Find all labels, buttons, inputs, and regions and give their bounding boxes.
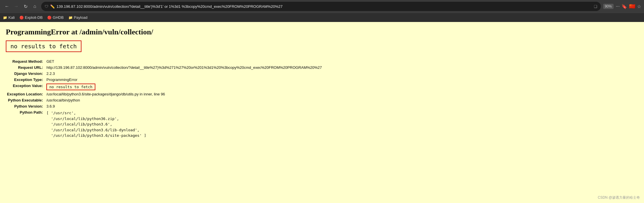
bookmark-kali[interactable]: 📁 Kali (3, 15, 15, 20)
folder-icon: 📁 (3, 16, 7, 20)
bookmark-ghdb[interactable]: 🔴 GHDB (47, 15, 64, 20)
table-row: Exception Location: /usr/local/lib/pytho… (6, 91, 323, 97)
bookmark-label: Kali (8, 15, 15, 20)
reader-icon: ❑ (594, 4, 597, 9)
address-bar[interactable]: 🛡 ✏️ 139.196.87.102:8000/admin/vuln/coll… (41, 2, 601, 11)
edit-icon: ✏️ (50, 4, 55, 9)
ghdb-icon: 🔴 (47, 16, 52, 20)
more-button[interactable]: ··· (616, 4, 620, 9)
field-value: GET (45, 58, 323, 64)
field-label: Django Version: (6, 71, 45, 77)
back-button[interactable]: ← (3, 2, 11, 10)
home-button[interactable]: ⌂ (31, 2, 39, 10)
bookmark-payload[interactable]: 📁 Payload (68, 15, 88, 20)
field-value: [ '/usr/src', '/usr/local/lib/python36.z… (45, 109, 323, 139)
pocket-icon[interactable]: 🔖 (621, 4, 627, 9)
field-label: Request Method: (6, 58, 45, 64)
star-icon[interactable]: ☆ (637, 4, 641, 9)
field-label: Exception Value: (6, 83, 45, 91)
nav-buttons: ← → ↻ ⌂ (3, 2, 39, 10)
field-label: Python Executable: (6, 97, 45, 103)
forward-button[interactable]: → (12, 2, 20, 10)
field-label: Request URL: (6, 64, 45, 71)
table-row: Request Method: GET (6, 58, 323, 64)
list-item: '/usr/local/lib/python3.6', (46, 121, 322, 127)
page-content: ProgrammingError at /admin/vuln/collecti… (0, 22, 644, 203)
field-label: Python Version: (6, 103, 45, 109)
field-label: Python Path: (6, 109, 45, 139)
browser-chrome: ← → ↻ ⌂ 🛡 ✏️ 139.196.87.102:8000/admin/v… (0, 0, 644, 13)
bookmark-exploitdb[interactable]: 🔴 Exploit-DB (19, 15, 43, 20)
field-label: Exception Location: (6, 91, 45, 97)
list-item: '/usr/local/lib/python3.6/site-packages'… (46, 133, 322, 139)
field-value: 2.2.3 (45, 71, 323, 77)
address-text: 139.196.87.102:8000/admin/vuln/collectio… (57, 4, 592, 9)
list-item: '/usr/local/lib/python36.zip', (46, 116, 322, 122)
list-item: [ '/usr/src', (46, 110, 322, 116)
flag-icon: 🇨🇳 (629, 3, 635, 10)
table-row: Python Version: 3.6.9 (6, 103, 323, 109)
watermark: CSDN @渗透力量的哈士奇 (598, 195, 640, 200)
field-value: ProgrammingError (45, 77, 323, 83)
info-table: Request Method: GET Request URL: http://… (6, 58, 323, 139)
list-item: '/usr/local/lib/python3.6/lib-dynload', (46, 127, 322, 133)
table-row: Exception Value: no results to fetch (6, 83, 323, 91)
table-row: Python Path: [ '/usr/src', '/usr/local/l… (6, 109, 323, 139)
field-label: Exception Type: (6, 77, 45, 83)
field-value: /usr/local/bin/python (45, 97, 323, 103)
field-value: http://139.196.87.102:8000/admin/vuln/co… (45, 64, 323, 71)
payload-icon: 📁 (68, 16, 73, 20)
table-row: Django Version: 2.2.3 (6, 71, 323, 77)
field-value: /usr/local/lib/python3.6/site-packages/d… (45, 91, 323, 97)
bookmarks-bar: 📁 Kali 🔴 Exploit-DB 🔴 GHDB 📁 Payload (0, 13, 644, 22)
exception-value-box: no results to fetch (46, 84, 95, 90)
browser-actions: ··· 🔖 🇨🇳 ☆ (616, 3, 641, 10)
table-row: Python Executable: /usr/local/bin/python (6, 97, 323, 103)
python-path-list: [ '/usr/src', '/usr/local/lib/python36.z… (46, 110, 322, 139)
table-row: Request URL: http://139.196.87.102:8000/… (6, 64, 323, 71)
bookmark-label: Payload (74, 15, 88, 20)
field-value: 3.6.9 (45, 103, 323, 109)
page-title: ProgrammingError at /admin/vuln/collecti… (6, 28, 638, 36)
table-row: Exception Type: ProgrammingError (6, 77, 323, 83)
shield-icon: 🛡 (45, 4, 48, 9)
exploitdb-icon: 🔴 (19, 16, 24, 20)
error-message-box: no results to fetch (6, 40, 81, 52)
reload-button[interactable]: ↻ (21, 2, 30, 10)
bookmark-label: Exploit-DB (25, 15, 43, 20)
zoom-badge[interactable]: 90% (603, 4, 614, 9)
bookmark-label: GHDB (53, 15, 64, 20)
field-value: no results to fetch (45, 83, 323, 91)
